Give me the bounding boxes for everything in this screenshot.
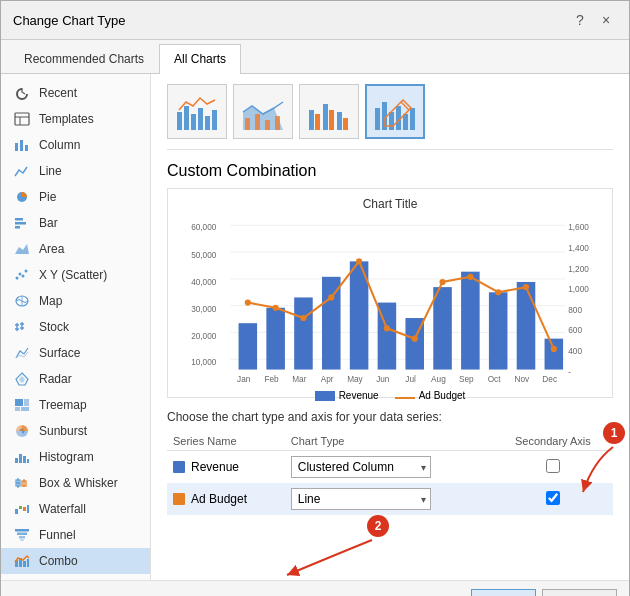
sidebar-label-templates: Templates [39,112,94,126]
sidebar-item-bar[interactable]: Bar [1,210,150,236]
svg-marker-10 [15,244,29,254]
svg-rect-105 [545,339,564,370]
svg-rect-103 [489,292,508,369]
legend-revenue: Revenue [315,390,379,401]
svg-rect-70 [389,112,394,130]
svg-rect-49 [23,561,26,567]
svg-point-112 [412,336,418,342]
sidebar-item-line[interactable]: Line [1,158,150,184]
chart-preview-title: Chart Title [176,197,604,211]
svg-rect-95 [266,308,285,370]
sidebar-item-histogram[interactable]: Histogram [1,444,150,470]
sidebar-item-sunburst[interactable]: Sunburst [1,418,150,444]
content-area: Recent Templates Column Li [1,74,629,580]
sidebar-item-radar[interactable]: Radar [1,366,150,392]
svg-text:1,200: 1,200 [568,265,589,274]
svg-rect-40 [19,506,22,509]
sidebar-item-map[interactable]: Map [1,288,150,314]
sidebar-item-funnel[interactable]: Funnel [1,522,150,548]
svg-text:-: - [568,368,571,377]
svg-text:Nov: Nov [515,375,531,384]
svg-text:20,000: 20,000 [191,332,217,341]
sidebar-label-combo: Combo [39,554,78,568]
svg-point-11 [16,277,19,280]
legend-adbudget: Ad Budget [395,390,466,401]
combo-type-2-button[interactable] [233,84,293,139]
combo-type-1-button[interactable] [167,84,227,139]
svg-text:Sep: Sep [459,375,474,384]
sidebar-label-column: Column [39,138,80,152]
area-icon [13,241,31,257]
sidebar-label-xy: X Y (Scatter) [39,268,107,282]
svg-rect-50 [27,559,29,567]
histogram-icon [13,449,31,465]
svg-point-106 [245,299,251,305]
sidebar-item-xy[interactable]: X Y (Scatter) [1,262,150,288]
sidebar-item-combo[interactable]: Combo [1,548,150,574]
svg-point-111 [384,325,390,331]
adbudget-name: Ad Budget [191,492,247,506]
sunburst-icon [13,423,31,439]
adbudget-chart-type-select[interactable]: Clustered Column Line Area [291,488,431,510]
sidebar-item-stock[interactable]: Stock [1,314,150,340]
svg-rect-42 [27,505,29,513]
sidebar-item-templates[interactable]: Templates [1,106,150,132]
svg-rect-97 [322,277,341,370]
sidebar-item-waterfall[interactable]: Waterfall [1,496,150,522]
svg-rect-4 [20,140,23,151]
sidebar-item-surface[interactable]: Surface [1,340,150,366]
sidebar-item-boxwhisker[interactable]: Box & Whisker [1,470,150,496]
svg-rect-54 [198,108,203,130]
main-panel: Custom Combination Chart Title 60,000 50… [151,74,629,580]
svg-rect-26 [24,399,29,406]
combo-type-3-button[interactable] [299,84,359,139]
svg-text:Jul: Jul [405,375,416,384]
chart-preview: Chart Title 60,000 50,000 40,000 30,000 … [167,188,613,398]
revenue-chart-type-select[interactable]: Clustered Column Line Area [291,456,431,478]
tab-all-charts[interactable]: All Charts [159,44,241,74]
svg-text:Feb: Feb [264,375,279,384]
sidebar-label-stock: Stock [39,320,69,334]
svg-rect-73 [410,108,415,130]
svg-text:600: 600 [568,326,582,335]
combo-icon [13,553,31,569]
svg-rect-68 [375,108,380,130]
sidebar-item-column[interactable]: Column [1,132,150,158]
sidebar-label-area: Area [39,242,64,256]
svg-rect-32 [23,456,26,463]
annotation-badge-2: 2 [367,515,389,537]
svg-rect-61 [275,116,280,130]
ok-button[interactable]: OK [471,589,536,596]
sidebar-item-area[interactable]: Area [1,236,150,262]
waterfall-icon [13,501,31,517]
svg-marker-24 [19,376,25,383]
svg-point-113 [439,279,445,285]
sidebar-item-pie[interactable]: Pie [1,184,150,210]
svg-rect-31 [19,454,22,463]
sidebar-item-treemap[interactable]: Treemap [1,392,150,418]
svg-text:Apr: Apr [321,375,334,384]
combo-type-4-button[interactable] [365,84,425,139]
svg-rect-65 [329,110,334,130]
close-button[interactable]: × [595,9,617,31]
svg-rect-53 [191,114,196,130]
svg-text:40,000: 40,000 [191,278,217,287]
sidebar-item-recent[interactable]: Recent [1,80,150,106]
combo-section-title: Custom Combination [167,162,613,180]
svg-point-14 [25,270,28,273]
legend-adbudget-line [395,397,415,399]
svg-rect-33 [27,459,29,463]
arrow-2-svg [267,535,377,585]
series-name-header: Series Name [167,432,285,451]
cancel-button[interactable]: Cancel [542,589,617,596]
tab-recommended-charts[interactable]: Recommended Charts [9,44,159,73]
svg-text:30,000: 30,000 [191,305,217,314]
help-button[interactable]: ? [569,9,591,31]
svg-point-116 [523,284,529,290]
svg-rect-7 [15,218,23,221]
svg-rect-0 [15,113,29,125]
svg-rect-51 [177,112,182,130]
svg-rect-41 [23,507,26,511]
svg-text:Dec: Dec [542,375,557,384]
treemap-icon [13,397,31,413]
